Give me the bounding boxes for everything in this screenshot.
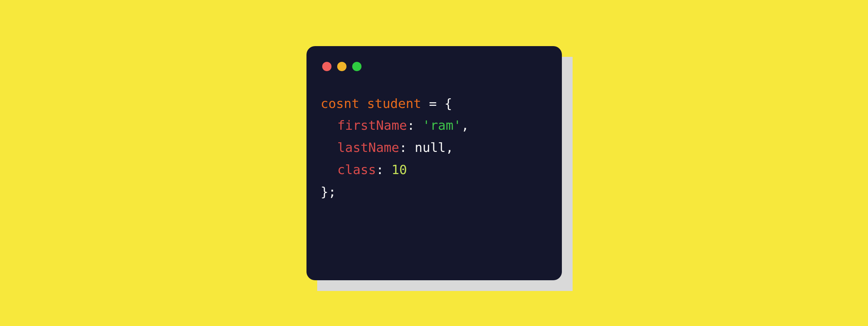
token-brace-open: { bbox=[444, 96, 452, 111]
code-window: cosnt student = { firstName: 'ram', last… bbox=[306, 46, 562, 280]
maximize-icon bbox=[352, 62, 361, 71]
token-property: firstName bbox=[337, 118, 407, 133]
token-colon: : bbox=[399, 140, 407, 155]
token-comma: , bbox=[461, 118, 469, 133]
token-keyword: cosnt bbox=[321, 96, 359, 111]
token-equals: = bbox=[429, 96, 437, 111]
code-block: cosnt student = { firstName: 'ram', last… bbox=[321, 93, 548, 203]
token-colon: : bbox=[376, 162, 384, 177]
token-string: 'ram' bbox=[423, 118, 461, 133]
token-property: class bbox=[337, 162, 376, 177]
close-icon bbox=[322, 62, 331, 71]
traffic-lights bbox=[322, 62, 548, 71]
token-property: lastName bbox=[337, 140, 399, 155]
token-comma: , bbox=[446, 140, 454, 155]
token-brace-close: } bbox=[321, 184, 329, 199]
token-variable: student bbox=[367, 96, 421, 111]
token-colon: : bbox=[407, 118, 415, 133]
token-null: null bbox=[415, 140, 446, 155]
token-number: 10 bbox=[391, 162, 407, 177]
minimize-icon bbox=[337, 62, 346, 71]
code-window-wrapper: cosnt student = { firstName: 'ram', last… bbox=[306, 46, 562, 280]
token-semicolon: ; bbox=[328, 184, 336, 199]
